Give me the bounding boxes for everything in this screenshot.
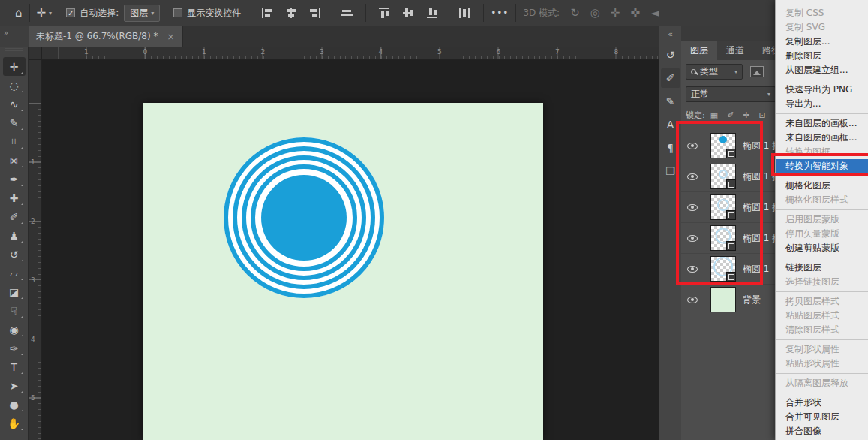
layer-thumbnail[interactable] xyxy=(710,225,736,251)
align-center-icon[interactable] xyxy=(341,8,353,18)
menu-item[interactable]: 转换为图框 xyxy=(776,145,868,159)
filter-type-dropdown[interactable]: 类型 ▾ xyxy=(686,64,743,80)
menu-item[interactable]: 拼合图像 xyxy=(776,424,868,438)
layer-thumbnail[interactable] xyxy=(710,194,736,220)
brushes-panel-icon[interactable]: ✎ xyxy=(661,92,680,111)
more-options-icon[interactable]: ••• xyxy=(491,8,509,17)
menu-item[interactable]: 粘贴形状属性 xyxy=(776,357,868,371)
smudge-tool[interactable]: ☟ xyxy=(3,301,26,320)
eye-icon[interactable] xyxy=(687,204,698,211)
eye-icon[interactable] xyxy=(687,235,698,242)
collapse-panels-icon[interactable]: « xyxy=(659,26,681,41)
distribute-horizontal-icon[interactable] xyxy=(458,8,470,18)
panel-tab-通道[interactable]: 通道 xyxy=(717,41,753,60)
align-horizontal-centers-icon[interactable] xyxy=(285,8,297,18)
menu-item[interactable]: 删除图层 xyxy=(776,49,868,63)
eye-icon[interactable] xyxy=(687,173,698,180)
roll-3d-icon[interactable]: ◎ xyxy=(590,8,600,19)
visibility-cell[interactable] xyxy=(681,131,704,161)
menu-item[interactable]: 复制 SVG xyxy=(776,20,868,35)
document-canvas[interactable] xyxy=(143,103,543,440)
character-panel-icon[interactable]: A xyxy=(661,115,680,134)
menu-item[interactable]: 停用矢量蒙版 xyxy=(776,227,868,241)
lock-position-icon[interactable]: ✛ xyxy=(743,110,749,120)
menu-item[interactable]: 选择链接图层 xyxy=(776,275,868,289)
menu-item[interactable]: 来自图层的画框... xyxy=(776,131,868,145)
canvas-viewport[interactable] xyxy=(42,60,659,440)
menu-item[interactable]: 从图层建立组... xyxy=(776,63,868,77)
healing-brush-tool[interactable]: ✚ xyxy=(3,188,26,207)
align-left-edges-icon[interactable] xyxy=(261,8,273,18)
document-tab[interactable]: 未标题-1 @ 66.7%(RGB/8) * × xyxy=(29,26,183,47)
home-icon[interactable]: ⌂ xyxy=(15,8,23,19)
layer-thumbnail[interactable] xyxy=(710,164,736,189)
brush-tool[interactable]: ✐ xyxy=(3,207,26,226)
menu-item[interactable]: 合并形状 xyxy=(776,396,868,410)
menu-item[interactable]: 链接图层 xyxy=(776,261,868,275)
lock-transparent-pixels-icon[interactable]: ▦ xyxy=(710,110,718,120)
slide-3d-icon[interactable]: ✜ xyxy=(630,8,640,19)
type-tool[interactable]: T xyxy=(3,357,26,376)
menu-item[interactable]: 复制图层... xyxy=(776,35,868,49)
menu-item[interactable]: 清除图层样式 xyxy=(776,323,868,337)
quick-selection-tool[interactable]: ✎ xyxy=(3,113,26,132)
menu-item[interactable]: 栅格化图层 xyxy=(776,179,868,193)
path-selection-tool[interactable]: ➤ xyxy=(3,376,26,395)
lock-image-pixels-icon[interactable]: ✐ xyxy=(727,110,734,120)
menu-item[interactable]: 创建剪贴蒙版 xyxy=(776,241,868,255)
move-tool[interactable]: ✛ xyxy=(3,57,26,76)
align-bottom-edges-icon[interactable] xyxy=(427,8,439,18)
history-panel-icon[interactable]: ↺ xyxy=(661,45,680,65)
history-brush-tool[interactable]: ↺ xyxy=(3,245,26,264)
lasso-tool[interactable]: ∿ xyxy=(3,95,26,113)
pen-tool[interactable]: ✑ xyxy=(3,339,26,357)
ellipse-tool[interactable]: ● xyxy=(3,395,26,414)
3d-panel-icon[interactable]: ❒ xyxy=(661,161,680,181)
menu-item[interactable]: 转换为智能对象 xyxy=(776,159,868,173)
menu-item[interactable]: 启用图层蒙版 xyxy=(776,212,868,227)
menu-item[interactable]: 从隔离图层释放 xyxy=(776,376,868,390)
frame-tool[interactable]: ⊠ xyxy=(3,151,26,170)
paragraph-panel-icon[interactable]: ¶ xyxy=(661,138,680,158)
menu-item[interactable]: 栅格化图层样式 xyxy=(776,193,868,207)
eye-icon[interactable] xyxy=(687,266,698,273)
image-filter-icon[interactable] xyxy=(750,66,764,77)
lock-artboard-icon[interactable]: ⊡ xyxy=(759,110,766,120)
show-transform-checkbox[interactable] xyxy=(173,8,182,17)
menu-item[interactable]: 快速导出为 PNG xyxy=(776,83,868,97)
visibility-cell[interactable] xyxy=(681,223,704,253)
gradient-tool[interactable]: ◪ xyxy=(3,282,26,301)
visibility-cell[interactable] xyxy=(681,192,704,222)
menu-item[interactable]: 合并可见图层 xyxy=(776,410,868,424)
visibility-cell[interactable] xyxy=(681,254,704,284)
hand-tool[interactable]: ✋ xyxy=(3,414,26,432)
eyedropper-tool[interactable]: ✒ xyxy=(3,170,26,188)
eraser-tool[interactable]: ▱ xyxy=(3,264,26,282)
vertical-ruler[interactable]: 12345 xyxy=(29,60,42,440)
layer-thumbnail[interactable] xyxy=(710,256,736,282)
eye-icon[interactable] xyxy=(687,297,698,303)
visibility-cell[interactable] xyxy=(681,161,704,191)
layer-thumbnail[interactable] xyxy=(710,133,736,158)
blend-mode-dropdown[interactable]: 正常 ▾ xyxy=(686,86,776,102)
panel-tab-图层[interactable]: 图层 xyxy=(681,41,717,60)
eye-icon[interactable] xyxy=(687,143,698,149)
visibility-cell[interactable] xyxy=(681,285,704,315)
auto-select-checkbox[interactable]: ✓ xyxy=(66,8,75,17)
expand-panels-icon[interactable]: » xyxy=(4,29,8,37)
menu-item[interactable]: 复制 CSS xyxy=(776,6,868,20)
align-right-edges-icon[interactable] xyxy=(309,8,321,18)
chevron-down-icon[interactable]: ▾ xyxy=(49,10,52,17)
align-top-edges-icon[interactable] xyxy=(379,8,391,18)
close-tab-icon[interactable]: × xyxy=(167,32,174,42)
menu-item[interactable]: 粘贴图层样式 xyxy=(776,309,868,323)
orbit-3d-icon[interactable]: ↻ xyxy=(570,8,580,19)
auto-select-target-dropdown[interactable]: 图层 ▾ xyxy=(124,5,160,22)
crop-tool[interactable]: ⌗ xyxy=(3,132,26,151)
menu-item[interactable]: 复制形状属性 xyxy=(776,342,868,357)
clone-stamp-tool[interactable]: ♟ xyxy=(3,226,26,245)
pan-3d-icon[interactable]: ✛ xyxy=(611,8,620,19)
elliptical-marquee-tool[interactable]: ◌ xyxy=(3,76,26,95)
horizontal-ruler[interactable]: 1012345678 xyxy=(42,47,659,60)
menu-item[interactable]: 拷贝图层样式 xyxy=(776,294,868,309)
